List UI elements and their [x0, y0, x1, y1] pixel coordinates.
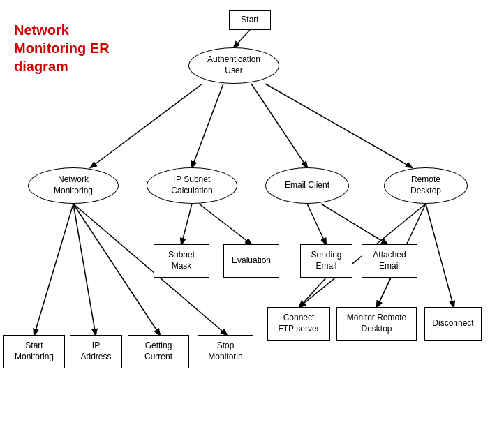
- email-client-node: Email Client: [265, 167, 349, 204]
- svg-line-7: [73, 204, 160, 335]
- auth-node: Authentication User: [188, 47, 279, 84]
- attached-email-node: Attached Email: [362, 244, 417, 278]
- svg-line-11: [307, 204, 326, 244]
- svg-line-9: [181, 204, 192, 244]
- subnet-mask-node: Subnet Mask: [154, 244, 209, 278]
- start-monitoring-node: Start Monitoring: [3, 335, 65, 368]
- svg-line-16: [299, 278, 326, 307]
- stop-monitoring-node: Stop Monitorin: [198, 335, 253, 368]
- ip-subnet-node: IP Subnet Calculation: [147, 167, 237, 204]
- svg-line-1: [91, 84, 202, 167]
- svg-line-17: [377, 278, 391, 307]
- start-node: Start: [229, 10, 271, 30]
- evaluation-node: Evaluation: [223, 244, 279, 278]
- remote-desktop-node: Remote Desktop: [384, 167, 468, 204]
- network-monitoring-node: Network Monitoring: [28, 167, 119, 204]
- sending-email-node: Sending Email: [300, 244, 352, 278]
- svg-line-10: [199, 204, 251, 244]
- svg-line-5: [34, 204, 73, 335]
- svg-line-6: [73, 204, 96, 335]
- svg-line-15: [426, 204, 454, 307]
- svg-line-4: [265, 84, 412, 167]
- diagram-title: Network Monitoring ER diagram: [14, 21, 110, 75]
- svg-line-0: [234, 30, 250, 47]
- svg-line-2: [192, 84, 223, 167]
- connect-ftp-node: Connect FTP server: [267, 307, 330, 341]
- ip-address-node: IP Address: [70, 335, 122, 368]
- svg-line-3: [251, 84, 307, 167]
- disconnect-node: Disconnect: [424, 307, 482, 341]
- svg-line-12: [321, 204, 387, 244]
- monitor-remote-node: Monitor Remote Desktop: [336, 307, 417, 341]
- getting-current-node: Getting Current: [128, 335, 189, 368]
- diagram-container: Network Monitoring ER diagram: [0, 0, 490, 448]
